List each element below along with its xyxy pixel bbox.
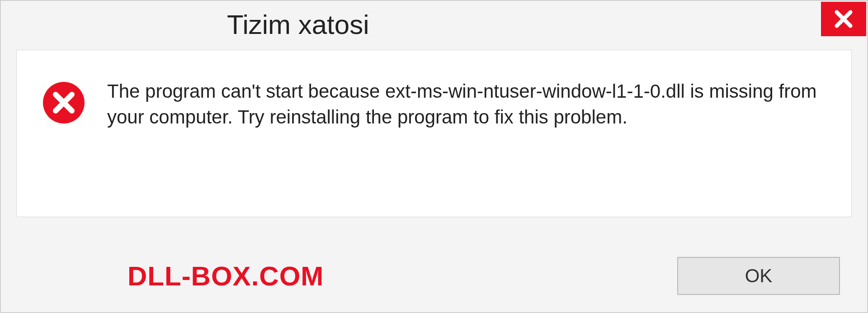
titlebar: Tizim xatosi — [1, 1, 867, 50]
watermark-text: DLL-BOX.COM — [127, 261, 324, 292]
error-message: The program can't start because ext-ms-w… — [107, 77, 826, 130]
error-icon — [42, 81, 85, 124]
close-icon — [832, 7, 855, 31]
dialog-footer: DLL-BOX.COM OK — [1, 240, 867, 312]
ok-button[interactable]: OK — [677, 257, 840, 295]
content-panel: The program can't start because ext-ms-w… — [16, 50, 852, 217]
error-dialog: Tizim xatosi The program can't start bec… — [0, 0, 868, 313]
dialog-title: Tizim xatosi — [1, 1, 369, 40]
close-button[interactable] — [821, 2, 866, 36]
